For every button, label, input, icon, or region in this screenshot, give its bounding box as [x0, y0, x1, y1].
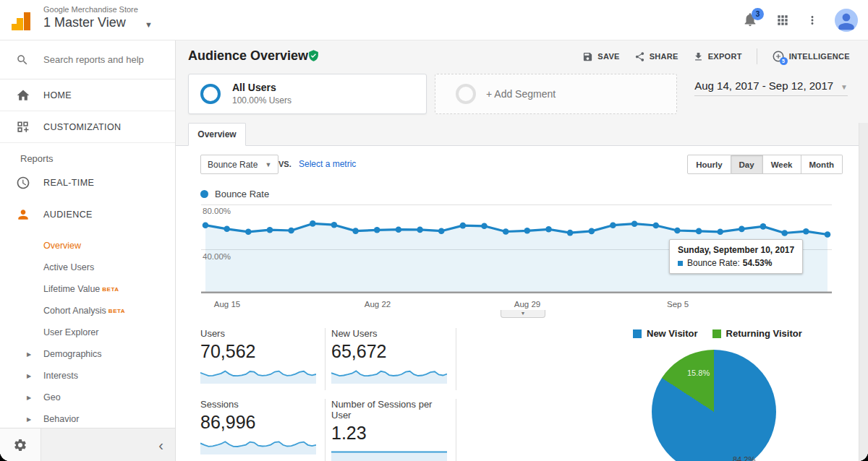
- google-analytics-logo-icon[interactable]: [12, 9, 35, 32]
- metric-selector-dropdown[interactable]: Bounce Rate▼: [200, 155, 278, 174]
- sparkline: [331, 447, 448, 461]
- intelligence-icon: 5: [772, 50, 785, 63]
- sidebar-item-label: CUSTOMIZATION: [43, 122, 122, 132]
- kebab-menu-icon[interactable]: [806, 14, 819, 27]
- vs-label: vs.: [278, 160, 292, 168]
- sidebar-item-demographics[interactable]: ▶Demographics: [0, 343, 175, 365]
- account-caret-icon[interactable]: ▼: [145, 20, 153, 29]
- segment-ring-icon: [200, 84, 221, 104]
- sidebar-item-home[interactable]: HOME: [0, 79, 175, 111]
- chart-tooltip: Sunday, September 10, 2017 Bounce Rate: …: [669, 239, 803, 274]
- add-segment-button[interactable]: + Add Segment: [435, 74, 677, 114]
- customization-icon: [16, 120, 30, 134]
- metric-card-new-users[interactable]: New Users 65,672: [331, 328, 456, 390]
- tab-overview[interactable]: Overview: [188, 123, 246, 146]
- notification-badge: 3: [752, 8, 764, 20]
- metric-value: 70,562: [200, 341, 318, 362]
- save-button[interactable]: SAVE: [582, 51, 619, 62]
- sidebar-item-label: REAL-TIME: [43, 178, 94, 188]
- person-icon: [835, 9, 858, 32]
- tooltip-series-swatch: [678, 261, 683, 266]
- pie-slice-label-new: 84.2%: [733, 455, 755, 461]
- metric-value: 1.23: [331, 423, 448, 444]
- granularity-month-button[interactable]: Month: [801, 155, 843, 174]
- expand-arrow-icon: ▶: [27, 395, 31, 401]
- sidebar-item-behavior[interactable]: ▶Behavior: [0, 408, 175, 430]
- export-button[interactable]: EXPORT: [693, 51, 742, 62]
- verified-shield-icon: [307, 49, 320, 62]
- account-switcher[interactable]: Google Merchandise Store 1 Master View: [43, 5, 138, 30]
- notifications-button[interactable]: 3: [742, 12, 760, 29]
- metric-card-sessions-per-user[interactable]: Number of Sessions per User 1.23: [331, 399, 456, 461]
- x-tick: Aug 15: [214, 300, 240, 309]
- user-avatar[interactable]: [835, 9, 858, 32]
- main-content: Audience Overview SAVE SHARE EXPORT: [176, 40, 868, 461]
- sidebar-item-overview[interactable]: Overview: [0, 235, 175, 257]
- granularity-toggle: Hourly Day Week Month: [687, 155, 843, 174]
- segment-ring-icon: [456, 84, 476, 104]
- sidebar-item-lifetime-value[interactable]: Lifetime ValueBETA: [0, 278, 175, 300]
- audience-person-icon: [16, 207, 30, 222]
- search-reports[interactable]: Search reports and help: [0, 40, 175, 79]
- sparkline: [200, 365, 318, 384]
- y-tick: 40.00%: [203, 252, 231, 261]
- analytics-app: Google Merchandise Store 1 Master View ▼…: [0, 0, 868, 461]
- actions-divider: [757, 48, 757, 64]
- metric-value: 86,996: [200, 412, 318, 433]
- top-bar: Google Merchandise Store 1 Master View ▼…: [0, 0, 868, 40]
- metric-label: New Users: [331, 328, 448, 339]
- granularity-hourly-button[interactable]: Hourly: [687, 155, 731, 174]
- tooltip-value: 54.53%: [743, 258, 773, 268]
- intelligence-button[interactable]: 5 INTELLIGENCE: [772, 50, 850, 63]
- metric-card-users[interactable]: Users 70,562: [200, 328, 326, 390]
- segment-subtitle: 100.00% Users: [232, 95, 292, 105]
- sidebar-item-realtime[interactable]: REAL-TIME: [0, 167, 175, 199]
- sidebar-item-active-users[interactable]: Active Users: [0, 257, 175, 278]
- report-header: Audience Overview SAVE SHARE EXPORT: [176, 40, 868, 72]
- view-name: 1 Master View: [43, 15, 138, 30]
- sparkline: [331, 365, 448, 384]
- granularity-day-button[interactable]: Day: [731, 155, 763, 174]
- audience-subnav: Overview Active Users Lifetime ValueBETA…: [0, 235, 175, 430]
- share-icon: [634, 51, 645, 62]
- metric-label: Number of Sessions per User: [331, 399, 448, 421]
- sidebar-item-interests[interactable]: ▶Interests: [0, 365, 175, 387]
- page-title: Audience Overview: [188, 48, 308, 64]
- metric-value: 65,672: [331, 341, 448, 362]
- legend-swatch-green: [712, 329, 721, 338]
- sidebar-item-audience[interactable]: AUDIENCE: [0, 199, 175, 231]
- sparkline: [200, 436, 318, 454]
- sidebar-item-user-explorer[interactable]: User Explorer: [0, 322, 175, 343]
- export-download-icon: [693, 51, 704, 62]
- beta-badge: BETA: [102, 286, 119, 293]
- date-range-picker[interactable]: Aug 14, 2017 - Sep 12, 2017▼: [694, 79, 848, 96]
- gear-icon: [13, 438, 27, 452]
- clock-icon: [16, 176, 30, 190]
- chart-collapse-handle[interactable]: ▼: [501, 310, 545, 318]
- sidebar-item-customization[interactable]: CUSTOMIZATION: [0, 111, 175, 143]
- search-icon: [16, 53, 29, 66]
- x-tick: Aug 29: [514, 300, 540, 309]
- apps-grid-icon[interactable]: [775, 13, 790, 27]
- sidebar: Search reports and help HOME CUSTOMIZATI…: [0, 40, 176, 461]
- sidebar-item-label: AUDIENCE: [43, 210, 93, 220]
- expand-arrow-icon: ▶: [27, 373, 31, 379]
- select-metric-link[interactable]: Select a metric: [299, 159, 356, 169]
- admin-settings-button[interactable]: [0, 428, 41, 461]
- share-button[interactable]: SHARE: [634, 51, 678, 62]
- tab-bar: Overview: [176, 123, 868, 146]
- segment-all-users[interactable]: All Users 100.00% Users: [188, 74, 427, 114]
- vertical-scrollbar[interactable]: [859, 123, 868, 461]
- sidebar-item-geo[interactable]: ▶Geo: [0, 387, 175, 408]
- metric-card-sessions[interactable]: Sessions 86,996: [200, 399, 326, 461]
- tooltip-metric: Bounce Rate:: [687, 258, 740, 268]
- granularity-week-button[interactable]: Week: [763, 155, 801, 174]
- pie-legend-new-visitor: New Visitor: [633, 328, 698, 339]
- sidebar-item-label: HOME: [43, 90, 72, 100]
- pie-slice-label-returning: 15.8%: [687, 369, 710, 377]
- metric-label: Users: [200, 328, 318, 339]
- save-icon: [582, 51, 593, 62]
- bounce-rate-line-chart[interactable]: 80.00% 40.00% Aug 15 Aug 22 Aug 29 Sep 5…: [201, 204, 832, 319]
- sidebar-item-cohort-analysis[interactable]: Cohort AnalysisBETA: [0, 300, 175, 322]
- collapse-sidebar-button[interactable]: ‹: [158, 437, 163, 454]
